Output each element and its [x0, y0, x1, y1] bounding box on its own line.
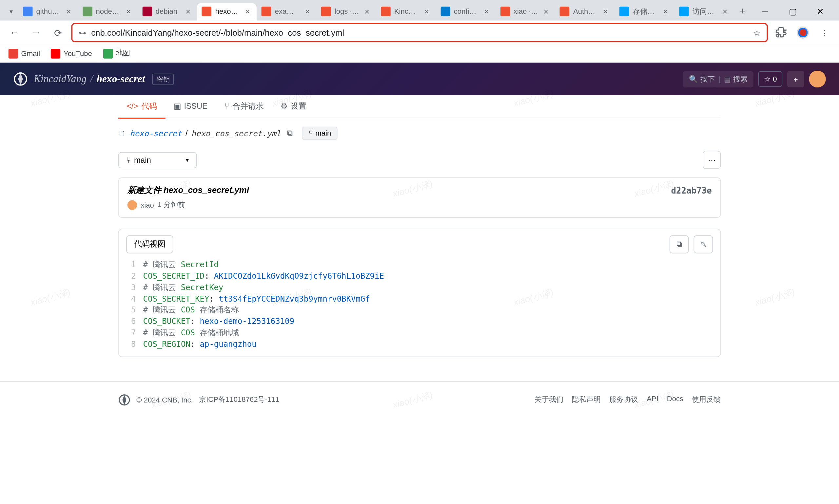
file-icon: 🗎	[118, 129, 126, 138]
user-avatar[interactable]	[809, 71, 826, 88]
tab-close-icon[interactable]: ×	[65, 7, 73, 16]
commit-title[interactable]: 新建文件 hexo_cos_secret.yml	[127, 185, 249, 196]
tab-title: Authent	[573, 7, 598, 16]
more-actions-button[interactable]: ⋯	[703, 151, 721, 169]
close-window-button[interactable]: ✕	[807, 2, 834, 21]
code-line: 3# 腾讯云 SecretKey	[119, 282, 720, 293]
line-content[interactable]: # 腾讯云 COS 存储桶名称	[143, 305, 720, 316]
reload-button[interactable]: ⟳	[50, 24, 67, 41]
maximize-button[interactable]: ▢	[779, 2, 807, 21]
browser-tab[interactable]: github发×	[18, 3, 78, 20]
browser-tab[interactable]: 访问密钥×	[675, 3, 734, 20]
gear-icon: ⚙	[281, 101, 288, 110]
tab-title: xiao · re	[513, 7, 538, 16]
tab-close-icon[interactable]: ×	[124, 7, 133, 16]
copy-path-button[interactable]: ⧉	[284, 127, 295, 140]
footer-link[interactable]: Docs	[667, 395, 683, 405]
breadcrumb-owner[interactable]: KincaidYang	[34, 73, 87, 85]
tab-close-icon[interactable]: ×	[363, 7, 371, 16]
line-content[interactable]: COS_SECRET_ID: AKIDCOZdo1LkGvdKqO9zjcfy6…	[143, 271, 720, 282]
browser-tab[interactable]: KincaidY×	[376, 3, 436, 20]
line-content[interactable]: COS_SECRET_KEY: tt3S4fEpYCCEDNZvq3b9ymnr…	[143, 293, 720, 305]
browser-tab[interactable]: config.y×	[436, 3, 495, 20]
line-content[interactable]: # 腾讯云 COS 存储桶地域	[143, 327, 720, 339]
bookmark-star-icon[interactable]: ☆	[753, 28, 761, 37]
browser-chrome: ▾ github发×node Tao×debian×hexo co×exampl…	[0, 0, 839, 63]
tab-favicon	[381, 6, 390, 16]
commit-author[interactable]: xiao	[141, 200, 154, 209]
footer-link[interactable]: 使用反馈	[692, 395, 721, 405]
bookmark-item[interactable]: Gmail	[8, 49, 40, 58]
copy-button[interactable]: ⧉	[669, 235, 689, 253]
site-logo[interactable]	[14, 72, 28, 86]
tab-close-icon[interactable]: ×	[244, 7, 252, 16]
profile-icon[interactable]	[794, 24, 811, 41]
icp[interactable]: 京ICP备11018762号-111	[199, 395, 280, 405]
new-tab-button[interactable]: +	[734, 3, 751, 20]
commit-meta: xiao 1 分钟前	[127, 200, 712, 210]
repo-tabs: </> 代码 ▣ ISSUE ⑂ 合并请求 ⚙ 设置	[118, 95, 721, 118]
download-button[interactable]: 🔍 按下 | ▤ 搜索	[683, 71, 754, 87]
tab-settings[interactable]: ⚙ 设置	[272, 94, 315, 119]
tab-title: 访问密钥	[693, 6, 717, 16]
star-button[interactable]: ☆ 0	[758, 71, 782, 87]
footer-link[interactable]: 服务协议	[609, 395, 638, 405]
path-repo[interactable]: hexo-secret	[130, 129, 182, 138]
tab-close-icon[interactable]: ×	[661, 7, 669, 16]
tab-close-icon[interactable]: ×	[542, 7, 550, 16]
tab-close-icon[interactable]: ×	[303, 7, 312, 16]
tab-favicon	[619, 6, 629, 16]
browser-toolbar: ← → ⟳ ⊶ cnb.cool/KincaidYang/hexo-secret…	[0, 21, 839, 45]
path-sep: /	[186, 129, 188, 138]
tab-issue[interactable]: ▣ ISSUE	[165, 95, 216, 118]
breadcrumb-repo[interactable]: hexo-secret	[97, 73, 145, 85]
branch-selector[interactable]: ⑂ main ▾	[118, 151, 197, 168]
file-actions: ⧉ ✎	[669, 235, 713, 253]
tab-merge[interactable]: ⑂ 合并请求	[216, 94, 272, 119]
line-content[interactable]: COS_BUCKET: hexo-demo-1253163109	[143, 316, 720, 328]
code-line: 2COS_SECRET_ID: AKIDCOZdo1LkGvdKqO9zjcfy…	[119, 271, 720, 282]
line-content[interactable]: # 腾讯云 SecretKey	[143, 282, 720, 293]
bookmark-item[interactable]: 地图	[103, 48, 130, 58]
browser-tab[interactable]: 存储桶列×	[615, 3, 675, 20]
tab-dropdown[interactable]: ▾	[5, 3, 18, 20]
back-button[interactable]: ←	[6, 24, 23, 41]
tab-close-icon[interactable]: ×	[422, 7, 431, 16]
browser-tab[interactable]: example×	[257, 3, 316, 20]
browser-tab[interactable]: Authent×	[555, 3, 615, 20]
repo-header: KincaidYang / hexo-secret 密钥 🔍 按下 | ▤ 搜索…	[0, 63, 839, 95]
address-bar[interactable]: ⊶ cnb.cool/KincaidYang/hexo-secret/-/blo…	[71, 23, 768, 42]
tab-close-icon[interactable]: ×	[184, 7, 192, 16]
browser-tab[interactable]: logs · Kin×	[316, 3, 376, 20]
line-content[interactable]: # 腾讯云 SecretId	[143, 259, 720, 271]
extensions-icon[interactable]	[773, 24, 790, 41]
browser-tab[interactable]: debian×	[137, 3, 197, 20]
breadcrumb-sep: /	[90, 73, 93, 85]
tab-close-icon[interactable]: ×	[482, 7, 491, 16]
edit-button[interactable]: ✎	[694, 235, 713, 253]
view-toggle-button[interactable]: 代码视图	[126, 235, 173, 253]
browser-tab[interactable]: hexo co×	[197, 3, 257, 20]
divider: |	[718, 75, 720, 83]
tab-favicon	[679, 6, 688, 16]
tab-close-icon[interactable]: ×	[721, 7, 729, 16]
minimize-button[interactable]: ─	[751, 2, 779, 21]
footer-link[interactable]: API	[647, 395, 659, 405]
footer-link[interactable]: 隐私声明	[572, 395, 601, 405]
footer-link[interactable]: 关于我们	[535, 395, 563, 405]
tab-title: config.y	[454, 7, 478, 16]
tab-code[interactable]: </> 代码	[118, 94, 165, 119]
browser-tab[interactable]: xiao · re×	[495, 3, 555, 20]
forward-button[interactable]: →	[28, 24, 45, 41]
menu-icon[interactable]: ⋮	[816, 24, 833, 41]
chevron-down-icon: ▾	[186, 157, 189, 163]
commit-hash[interactable]: d22ab73e	[671, 186, 712, 195]
site-info-icon[interactable]: ⊶	[78, 28, 86, 37]
create-button[interactable]: +	[787, 71, 804, 88]
line-content[interactable]: COS_REGION: ap-guangzhou	[143, 339, 720, 350]
tab-close-icon[interactable]: ×	[601, 7, 610, 16]
bookmark-item[interactable]: YouTube	[51, 49, 92, 58]
browser-tab[interactable]: node Tao×	[78, 3, 137, 20]
bookmark-favicon	[51, 49, 60, 58]
tab-favicon	[262, 6, 271, 16]
